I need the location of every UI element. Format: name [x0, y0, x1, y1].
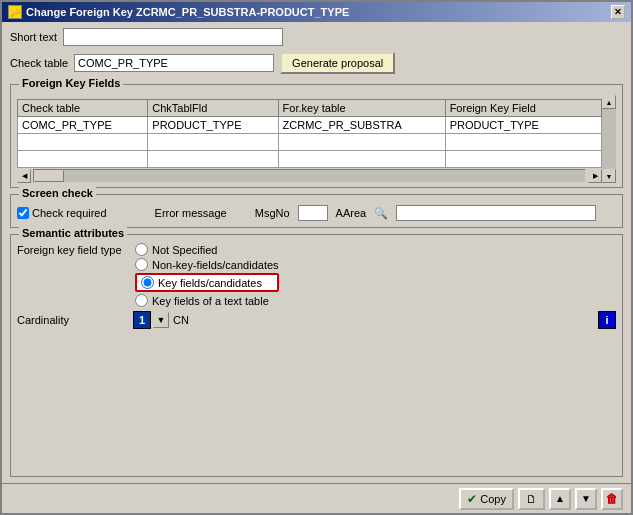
- pages-icon: 🗋: [526, 493, 537, 505]
- radio-key-fields: Key fields/candidates: [135, 273, 279, 292]
- cell-empty: [18, 134, 148, 151]
- col-forkey-table: For.key table: [278, 100, 445, 117]
- cell-empty: [148, 134, 278, 151]
- hscroll-left-btn[interactable]: ◀: [17, 169, 31, 183]
- table-row[interactable]: [18, 134, 602, 151]
- copy-label: Copy: [480, 493, 506, 505]
- check-required-checkbox[interactable]: [17, 207, 29, 219]
- cardinality-row: Cardinality 1 ▼ CN i: [17, 311, 616, 329]
- radio-non-key-input[interactable]: [135, 258, 148, 271]
- cardinality-btn[interactable]: ▼: [153, 312, 169, 328]
- radio-text-table-input[interactable]: [135, 294, 148, 307]
- hscroll-right-btn[interactable]: ▶: [588, 169, 602, 183]
- radio-key-fields-text: Key fields/candidates: [158, 277, 262, 289]
- hscroll-track[interactable]: [33, 169, 586, 183]
- table-row[interactable]: [18, 151, 602, 168]
- radio-not-specified-input[interactable]: [135, 243, 148, 256]
- table-row[interactable]: COMC_PR_TYPE PRODUCT_TYPE ZCRMC_PR_SUBST…: [18, 117, 602, 134]
- delete-button[interactable]: 🗑: [601, 488, 623, 510]
- v-scrollbar[interactable]: ▲ ▼: [602, 95, 616, 183]
- title-bar-left: 🔑 Change Foreign Key ZCRMC_PR_SUBSTRA-PR…: [8, 5, 349, 19]
- cell-chktablfld: PRODUCT_TYPE: [148, 117, 278, 134]
- fk-field-type-label: Foreign key field type: [17, 243, 127, 256]
- cardinality-label: Cardinality: [17, 314, 127, 326]
- semantic-row: Foreign key field type Not Specified Non…: [17, 243, 616, 307]
- h-scrollbar[interactable]: ◀ ▶: [17, 169, 602, 183]
- screen-check-row: Check required Error message MsgNo AArea…: [17, 203, 616, 223]
- cell-empty: [445, 151, 601, 168]
- cardinality-value: 1: [133, 311, 151, 329]
- close-button[interactable]: ✕: [611, 5, 625, 19]
- screen-check-group: Screen check Check required Error messag…: [10, 194, 623, 228]
- window-title: Change Foreign Key ZCRMC_PR_SUBSTRA-PROD…: [26, 6, 349, 18]
- col-chktablfld: ChkTablFld: [148, 100, 278, 117]
- generate-proposal-button[interactable]: Generate proposal: [280, 52, 395, 74]
- vscroll-down-btn[interactable]: ▼: [602, 169, 616, 183]
- check-table-row: Check table Generate proposal: [10, 52, 623, 74]
- radio-key-fields-input[interactable]: [141, 276, 154, 289]
- content-area: Short text Check table Generate proposal…: [2, 22, 631, 483]
- aarea-label: AArea: [336, 207, 367, 219]
- semantic-title: Semantic attributes: [19, 227, 127, 239]
- title-bar: 🔑 Change Foreign Key ZCRMC_PR_SUBSTRA-PR…: [2, 2, 631, 22]
- search-icon[interactable]: 🔍: [374, 207, 388, 220]
- cell-forkey-table: ZCRMC_PR_SUBSTRA: [278, 117, 445, 134]
- msgno-label: MsgNo: [255, 207, 290, 219]
- copy-button[interactable]: ✔ Copy: [459, 488, 514, 510]
- check-required-text: Check required: [32, 207, 107, 219]
- radio-text-table-text: Key fields of a text table: [152, 295, 269, 307]
- fk-fields-title: Foreign Key Fields: [19, 77, 123, 89]
- radio-text-table: Key fields of a text table: [135, 294, 279, 307]
- radio-group: Not Specified Non-key-fields/candidates …: [135, 243, 279, 307]
- cardinality-code: CN: [173, 314, 189, 326]
- fk-table-area: Check table ChkTablFld For.key table For…: [17, 95, 616, 183]
- radio-non-key-text: Non-key-fields/candidates: [152, 259, 279, 271]
- radio-not-specified: Not Specified: [135, 243, 279, 256]
- radio-non-key: Non-key-fields/candidates: [135, 258, 279, 271]
- cell-empty: [445, 134, 601, 151]
- info-icon[interactable]: i: [598, 311, 616, 329]
- hscroll-thumb: [34, 170, 64, 182]
- cell-fk-field: PRODUCT_TYPE: [445, 117, 601, 134]
- radio-not-specified-text: Not Specified: [152, 244, 217, 256]
- fk-table: Check table ChkTablFld For.key table For…: [17, 99, 602, 168]
- fk-fields-group: Foreign Key Fields Check table ChkTablFl…: [10, 84, 623, 188]
- cardinality-box: 1 ▼ CN: [133, 311, 189, 329]
- vscroll-track: [602, 109, 616, 169]
- short-text-row: Short text: [10, 28, 623, 46]
- vscroll-up-btn[interactable]: ▲: [602, 95, 616, 109]
- screen-check-title: Screen check: [19, 187, 96, 199]
- cell-empty: [18, 151, 148, 168]
- window-icon: 🔑: [8, 5, 22, 19]
- cell-empty: [148, 151, 278, 168]
- pages-button[interactable]: 🗋: [518, 488, 545, 510]
- check-required-label: Check required: [17, 207, 107, 219]
- col-check-table: Check table: [18, 100, 148, 117]
- check-table-label: Check table: [10, 57, 68, 69]
- cell-check-table: COMC_PR_TYPE: [18, 117, 148, 134]
- nav-down-button[interactable]: ▼: [575, 488, 597, 510]
- bottom-bar: ✔ Copy 🗋 ▲ ▼ 🗑: [2, 483, 631, 513]
- short-text-input[interactable]: [63, 28, 283, 46]
- main-window: 🔑 Change Foreign Key ZCRMC_PR_SUBSTRA-PR…: [0, 0, 633, 515]
- check-icon: ✔: [467, 492, 477, 506]
- nav-up-button[interactable]: ▲: [549, 488, 571, 510]
- msgno-input[interactable]: [298, 205, 328, 221]
- short-text-label: Short text: [10, 31, 57, 43]
- semantic-group: Semantic attributes Foreign key field ty…: [10, 234, 623, 477]
- col-fk-field: Foreign Key Field: [445, 100, 601, 117]
- error-message-label: Error message: [155, 207, 227, 219]
- cell-empty: [278, 151, 445, 168]
- fk-table-main: Check table ChkTablFld For.key table For…: [17, 95, 602, 183]
- aarea-input[interactable]: [396, 205, 596, 221]
- check-table-input[interactable]: [74, 54, 274, 72]
- cell-empty: [278, 134, 445, 151]
